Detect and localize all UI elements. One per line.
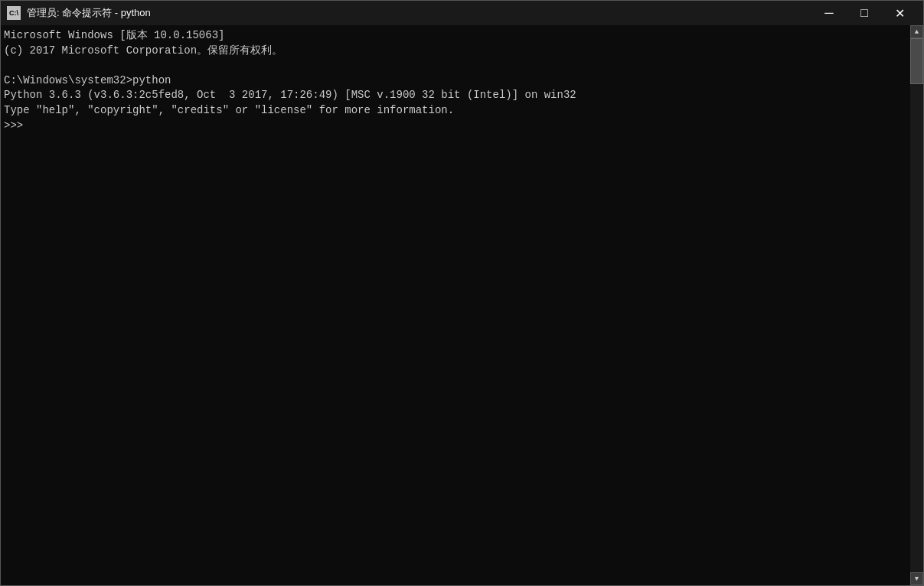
scroll-down-button[interactable]: ▼ [910, 572, 923, 585]
console-area: Microsoft Windows [版本 10.0.15063] (c) 20… [1, 25, 923, 585]
window-controls: ─ □ ✕ [811, 1, 917, 25]
title-bar: C:\ 管理员: 命令提示符 - python ─ □ ✕ [1, 1, 923, 25]
close-button[interactable]: ✕ [882, 1, 917, 25]
cmd-window: C:\ 管理员: 命令提示符 - python ─ □ ✕ Microsoft … [0, 0, 924, 586]
scroll-up-button[interactable]: ▲ [910, 25, 923, 38]
window-icon: C:\ [7, 6, 21, 20]
scroll-thumb[interactable] [910, 38, 923, 84]
scroll-track [910, 38, 923, 572]
scrollbar[interactable]: ▲ ▼ [910, 25, 923, 585]
window-title: 管理员: 命令提示符 - python [27, 6, 811, 20]
minimize-button[interactable]: ─ [811, 1, 847, 25]
maximize-button[interactable]: □ [847, 1, 882, 25]
console-output[interactable]: Microsoft Windows [版本 10.0.15063] (c) 20… [1, 25, 910, 585]
